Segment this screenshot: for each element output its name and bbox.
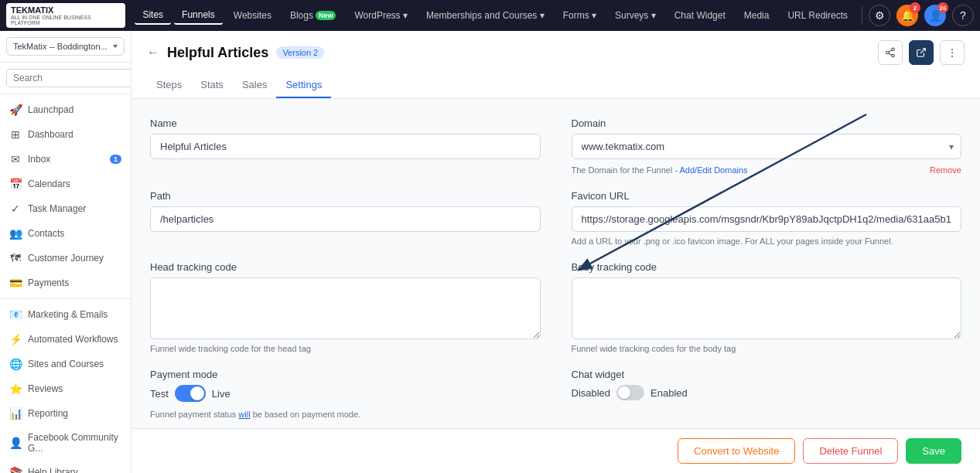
remove-domain-link[interactable]: Remove bbox=[930, 165, 961, 175]
head-tracking-hint: Funnel wide tracking code for the head t… bbox=[150, 344, 541, 353]
favicon-field-group: Favicon URL Add a URL to your .png or .i… bbox=[572, 190, 962, 246]
marketing-icon: 📧 bbox=[9, 308, 22, 321]
chat-toggle-row: Disabled Enabled bbox=[572, 385, 962, 400]
domain-field-group: Domain www.tekmatix.com ▾ The Domain for… bbox=[572, 117, 962, 175]
name-label: Name bbox=[150, 117, 541, 129]
logo-sub: ALL IN ONE ONLINE BUSINESS PLATFORM bbox=[11, 15, 121, 26]
sidebar-item-customer-journey[interactable]: 🗺Customer Journey bbox=[0, 246, 131, 271]
settings-icon-btn[interactable]: ⚙ bbox=[869, 5, 890, 26]
body-tracking-label: Body tracking code bbox=[572, 261, 962, 273]
nav-media[interactable]: Media bbox=[736, 7, 777, 24]
search-input[interactable] bbox=[6, 69, 131, 87]
svg-point-2 bbox=[892, 54, 895, 57]
payments-icon: 💳 bbox=[9, 277, 22, 289]
notification1-btn[interactable]: 🔔 2 bbox=[896, 5, 918, 26]
path-field-group: Path bbox=[150, 190, 541, 246]
favicon-input[interactable] bbox=[572, 206, 962, 232]
sidebar-item-task-manager[interactable]: ✓Task Manager bbox=[0, 196, 131, 221]
contacts-icon: 👥 bbox=[9, 227, 22, 240]
account-selector[interactable]: TekMatix -- Boddington... bbox=[0, 31, 131, 63]
sidebar-item-payments[interactable]: 💳Payments bbox=[0, 271, 131, 295]
payment-mode-group: Payment mode Test Live Funnel payment st… bbox=[150, 369, 541, 419]
nav-websites[interactable]: Websites bbox=[226, 7, 279, 24]
nav-blogs[interactable]: Blogs New bbox=[282, 7, 344, 24]
sidebar-item-marketing[interactable]: 📧Marketing & Emails bbox=[0, 302, 131, 327]
body-tracking-input[interactable] bbox=[572, 277, 962, 339]
main-content: Name Domain www.tekmatix.com ▾ The Doma bbox=[131, 99, 980, 428]
nav-divider bbox=[862, 6, 862, 25]
account-select[interactable]: TekMatix -- Boddington... bbox=[6, 37, 125, 56]
nav-url-redirects[interactable]: URL Redirects bbox=[780, 7, 855, 24]
nav-wordpress[interactable]: WordPress ▾ bbox=[347, 7, 415, 24]
sidebar-item-contacts[interactable]: 👥Contacts bbox=[0, 221, 131, 246]
main-layout: TekMatix -- Boddington... ctrl K + 🚀Laun… bbox=[0, 31, 980, 473]
facebook-icon: 👤 bbox=[9, 437, 22, 449]
payment-mode-toggle[interactable] bbox=[175, 385, 206, 402]
domain-hint-row: The Domain for the Funnel - Add/Edit Dom… bbox=[572, 165, 962, 175]
sidebar-item-dashboard[interactable]: ⊞Dashboard bbox=[0, 122, 131, 147]
external-link-button[interactable] bbox=[909, 40, 934, 65]
reporting-icon: 📊 bbox=[9, 407, 22, 420]
sidebar-item-reporting[interactable]: 📊Reporting bbox=[0, 401, 131, 426]
payment-mode-label: Payment mode bbox=[150, 369, 541, 380]
disabled-label: Disabled bbox=[572, 387, 611, 399]
help-btn[interactable]: ? bbox=[952, 5, 974, 26]
payment-toggle-row: Test Live bbox=[150, 385, 541, 402]
nav-funnels[interactable]: Funnels bbox=[174, 6, 223, 25]
back-button[interactable]: ← bbox=[147, 46, 159, 60]
name-input[interactable] bbox=[150, 134, 541, 159]
favicon-label: Favicon URL bbox=[572, 190, 962, 202]
sidebar-item-launchpad[interactable]: 🚀Launchpad bbox=[0, 97, 131, 122]
domain-select-wrapper: www.tekmatix.com ▾ bbox=[572, 134, 962, 159]
test-label: Test bbox=[150, 388, 169, 400]
nav-sites[interactable]: Sites bbox=[135, 6, 171, 25]
launchpad-icon: 🚀 bbox=[9, 104, 22, 116]
workflows-icon: ⚡ bbox=[9, 333, 22, 345]
delete-funnel-button[interactable]: Delete Funnel bbox=[803, 438, 898, 464]
notification2-btn[interactable]: 👤 26 bbox=[924, 5, 946, 26]
head-tracking-group: Head tracking code Funnel wide tracking … bbox=[150, 261, 541, 353]
sidebar-item-sites[interactable]: 🌐Sites and Courses bbox=[0, 352, 131, 376]
save-button[interactable]: Save bbox=[906, 438, 961, 464]
version-badge: Version 2 bbox=[276, 46, 324, 59]
sidebar-item-workflows[interactable]: ⚡Automated Workflows bbox=[0, 327, 131, 352]
share-button[interactable] bbox=[878, 40, 903, 65]
body-tracking-hint: Funnel wide tracking codes for the body … bbox=[572, 344, 962, 353]
tab-steps[interactable]: Steps bbox=[147, 73, 191, 98]
sidebar-item-help[interactable]: 📚Help Library bbox=[0, 460, 131, 473]
head-tracking-input[interactable] bbox=[150, 277, 541, 339]
nav-memberships[interactable]: Memberships and Courses ▾ bbox=[418, 7, 552, 24]
tab-settings[interactable]: Settings bbox=[276, 73, 331, 98]
convert-to-website-button[interactable]: Convert to Website bbox=[678, 438, 795, 464]
payment-mode-hint: Funnel payment status will be based on p… bbox=[150, 410, 541, 419]
svg-point-0 bbox=[892, 48, 895, 50]
page-footer: Convert to Website Delete Funnel Save bbox=[131, 428, 980, 473]
help-icon: 📚 bbox=[9, 466, 22, 473]
chat-toggle-knob bbox=[618, 386, 630, 399]
nav-chat-widget[interactable]: Chat Widget bbox=[667, 7, 733, 24]
sites-icon: 🌐 bbox=[9, 358, 22, 370]
nav-surveys[interactable]: Surveys ▾ bbox=[607, 7, 664, 24]
calendars-icon: 📅 bbox=[9, 178, 22, 190]
tab-stats[interactable]: Stats bbox=[191, 73, 233, 98]
sidebar-item-facebook[interactable]: 👤Facebook Community G... bbox=[0, 426, 131, 460]
content-area: ← Helpful Articles Version 2 ⋮ Steps Sta… bbox=[131, 31, 980, 473]
more-options-button[interactable]: ⋮ bbox=[940, 40, 965, 65]
header-actions: ⋮ bbox=[878, 40, 965, 65]
chat-widget-label: Chat widget bbox=[572, 369, 962, 380]
enabled-label: Enabled bbox=[650, 387, 688, 399]
nav-forms[interactable]: Forms ▾ bbox=[555, 7, 604, 24]
domain-select[interactable]: www.tekmatix.com bbox=[572, 134, 962, 159]
sidebar-nav: 🚀Launchpad ⊞Dashboard ✉Inbox1 📅Calendars… bbox=[0, 94, 131, 473]
notification2-count: 26 bbox=[937, 2, 948, 13]
top-navigation: TEKMATIX ALL IN ONE ONLINE BUSINESS PLAT… bbox=[0, 0, 980, 31]
sidebar-item-reviews[interactable]: ⭐Reviews bbox=[0, 376, 131, 401]
tab-sales[interactable]: Sales bbox=[233, 73, 277, 98]
toggle-knob bbox=[190, 386, 204, 400]
sidebar-item-inbox[interactable]: ✉Inbox1 bbox=[0, 147, 131, 172]
chat-widget-toggle[interactable] bbox=[616, 385, 644, 400]
sidebar-item-calendars[interactable]: 📅Calendars bbox=[0, 172, 131, 196]
notification1-count: 2 bbox=[910, 2, 920, 13]
add-edit-domains-link[interactable]: Add/Edit Domains bbox=[680, 165, 748, 175]
path-input[interactable] bbox=[150, 206, 541, 232]
